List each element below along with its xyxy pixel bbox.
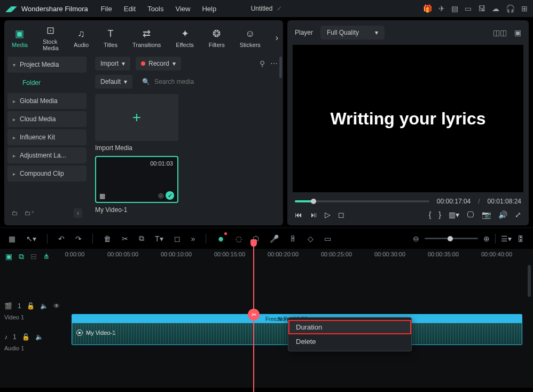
- context-item-delete[interactable]: Delete: [288, 334, 411, 349]
- prev-frame-icon[interactable]: ⏮: [295, 210, 302, 219]
- player-progress[interactable]: [295, 200, 429, 202]
- import-button[interactable]: Import▾: [95, 57, 130, 70]
- undo-icon[interactable]: ↶: [58, 234, 65, 243]
- tab-transitions[interactable]: ⇄Transitions: [132, 28, 161, 48]
- more-icon[interactable]: ⋯: [270, 59, 278, 68]
- snapshot-view-icon[interactable]: ▣: [514, 28, 521, 37]
- sidebar-item-project-media[interactable]: ▾Project Media: [7, 57, 87, 73]
- zoom-knob[interactable]: [448, 236, 453, 241]
- fullscreen-icon[interactable]: ⤢: [515, 210, 521, 219]
- player-viewport[interactable]: Writting your lyrics: [293, 45, 523, 192]
- crop-icon[interactable]: ⧉: [139, 234, 144, 243]
- zoom-slider[interactable]: [425, 238, 478, 239]
- send-icon[interactable]: ✈: [438, 4, 445, 13]
- more-tools-icon[interactable]: »: [191, 234, 195, 243]
- volume-icon[interactable]: 🔊: [498, 210, 507, 219]
- ai-tools-icon[interactable]: ☻: [217, 234, 225, 243]
- mute-icon[interactable]: 🔈: [40, 302, 48, 310]
- import-media-tile[interactable]: +: [95, 94, 178, 141]
- playhead-cap[interactable]: [250, 239, 257, 247]
- headphones-icon[interactable]: 🎧: [506, 4, 515, 13]
- snapshot-icon[interactable]: 📷: [482, 210, 491, 219]
- menu-file[interactable]: File: [101, 5, 112, 13]
- sort-button[interactable]: Default▾: [95, 75, 132, 89]
- media-clip-tile[interactable]: 00:01:03 ▦ ◎✓: [95, 156, 178, 203]
- record-button[interactable]: Record▾: [136, 57, 181, 70]
- filter-icon[interactable]: ⚲: [260, 59, 265, 68]
- save-icon[interactable]: 🖫: [478, 4, 485, 13]
- time-separator: /: [478, 198, 480, 205]
- timeline-opt3-icon[interactable]: ⊟: [30, 252, 37, 261]
- context-item-duration[interactable]: Duration: [288, 320, 411, 334]
- keyframe-icon[interactable]: ◇: [308, 234, 313, 243]
- collapse-sidebar-icon[interactable]: ‹: [74, 208, 82, 218]
- mark-in-icon[interactable]: {: [429, 210, 432, 219]
- timeline-opt1-icon[interactable]: ▣: [5, 252, 12, 261]
- stop-icon[interactable]: ◻: [338, 210, 344, 219]
- mute-icon[interactable]: 🔈: [35, 333, 43, 341]
- sidebar-item-compound-clip[interactable]: ▸Compound Clip: [7, 166, 87, 182]
- clip-duration: 00:01:03: [150, 160, 173, 167]
- track-view-icon[interactable]: ☰▾: [501, 234, 512, 243]
- split-icon[interactable]: ✂: [122, 234, 128, 243]
- timeline-magnet-icon[interactable]: ⋔: [43, 252, 50, 261]
- compare-view-icon[interactable]: ◫◫: [493, 28, 507, 37]
- color-icon[interactable]: ◌: [236, 234, 242, 243]
- quality-select[interactable]: Full Quality▾: [320, 26, 385, 40]
- ruler-tick: 00:00:20:00: [268, 251, 299, 257]
- tab-audio[interactable]: ♫Audio: [74, 28, 89, 48]
- tab-titles[interactable]: TTitles: [104, 28, 117, 48]
- cloud-icon[interactable]: ☁: [492, 4, 499, 13]
- sidebar-item-global-media[interactable]: ▸Global Media: [7, 93, 87, 109]
- resize-icon[interactable]: ◻: [174, 234, 181, 243]
- layout-icon[interactable]: ▤: [451, 4, 458, 13]
- ratio-icon[interactable]: ▥▾: [449, 210, 459, 219]
- timeline-ruler[interactable]: 0:00:00 00:00:05:00 00:00:10:00 00:00:15…: [69, 250, 533, 263]
- caption-icon[interactable]: ▭: [324, 234, 331, 243]
- menu-edit[interactable]: Edit: [124, 5, 136, 13]
- play-icon[interactable]: ▷: [325, 210, 331, 219]
- display-icon[interactable]: 🖵: [467, 210, 474, 219]
- menu-tools[interactable]: Tools: [147, 5, 163, 13]
- ruler-tick: 00:00:30:00: [374, 251, 405, 257]
- playhead[interactable]: ✂: [253, 247, 254, 392]
- play-pause-icon[interactable]: ⏯: [310, 210, 317, 219]
- sidebar-item-influence-kit[interactable]: ▸Influence Kit: [7, 129, 87, 145]
- delete-icon[interactable]: 🗑: [104, 234, 111, 243]
- search-input[interactable]: [154, 78, 278, 85]
- apps-icon[interactable]: ⊞: [521, 4, 528, 13]
- menu-help[interactable]: Help: [202, 5, 216, 13]
- layout-grid-icon[interactable]: ▦: [9, 234, 15, 243]
- playhead-split-icon[interactable]: ✂: [248, 309, 260, 320]
- tabs-more-icon[interactable]: ›: [276, 33, 278, 43]
- new-folder-icon[interactable]: 🗀: [12, 209, 18, 217]
- voiceover-icon[interactable]: 🎤: [270, 234, 279, 243]
- menu-view[interactable]: View: [175, 5, 190, 13]
- tab-effects[interactable]: ✦Effects: [176, 28, 193, 48]
- tab-filters[interactable]: ❂Filters: [209, 28, 225, 48]
- audio-mix-icon[interactable]: 🎚: [289, 234, 297, 243]
- gift-icon[interactable]: 🎁: [423, 4, 432, 13]
- tab-stock-media[interactable]: ⊡Stock Media: [43, 25, 59, 51]
- sidebar-item-adjustment-layer[interactable]: ▸Adjustment La...: [7, 147, 87, 163]
- library-scrollbar[interactable]: [279, 57, 282, 78]
- tab-media[interactable]: ▣Media: [12, 28, 28, 48]
- screen-icon[interactable]: ▭: [465, 4, 472, 13]
- lock-icon[interactable]: 🔓: [27, 302, 35, 310]
- zoom-out-icon[interactable]: ⊖: [413, 234, 419, 243]
- mark-out-icon[interactable]: }: [438, 210, 441, 219]
- mixer-icon[interactable]: 🎛: [517, 234, 524, 243]
- text-icon[interactable]: T▾: [155, 234, 163, 243]
- new-bin-icon[interactable]: 🗀⁺: [25, 209, 34, 217]
- zoom-in-icon[interactable]: ⊕: [483, 234, 490, 243]
- redo-icon[interactable]: ↷: [75, 234, 82, 243]
- tab-effects-label: Effects: [176, 42, 193, 48]
- sidebar-item-cloud-media[interactable]: ▸Cloud Media: [7, 111, 87, 127]
- pointer-icon[interactable]: ↖▾: [26, 234, 36, 243]
- sidebar-sub-folder[interactable]: Folder: [7, 75, 87, 91]
- lock-icon[interactable]: 🔓: [22, 333, 30, 341]
- timeline-link-icon[interactable]: ⧉: [19, 252, 24, 261]
- visibility-icon[interactable]: 👁: [53, 302, 60, 310]
- tab-stickers[interactable]: ☺Stickers: [240, 28, 261, 48]
- progress-knob[interactable]: [311, 199, 316, 204]
